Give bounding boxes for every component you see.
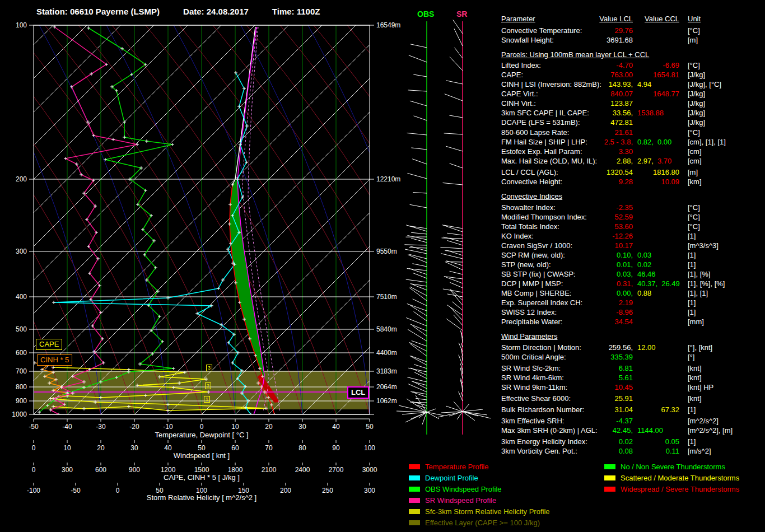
parameter-unit: [m^2/s^2] [688,417,719,425]
svg-text:0: 0 [200,423,204,431]
parameter-unit: [J/kg] [688,99,705,108]
svg-text:2400: 2400 [295,466,310,474]
legend-label: Dewpoint Profile [425,474,478,482]
parameter-row: 500m Critical Angle:335.39[°] [501,353,765,362]
legend-item: Widespread / Severe Thunderstorms [604,483,739,494]
parameter-unit: [°C] [688,61,700,69]
parameter-label: LCL / CCL (AGL): [501,168,558,176]
parameter-unit: [J/kg] [688,109,705,117]
parameter-row: SCP RM (new, old):0.10,0.03[1] [501,251,765,260]
parameter-unit: [knt] HP [688,383,713,391]
legend-swatch [409,520,420,525]
parameter-unit: [1] [688,405,696,414]
parameter-row: Modified Thompson Index:52.59[°C] [501,213,765,222]
parameter-label: CINH Virt.: [501,99,536,108]
svg-text:3000: 3000 [362,466,377,474]
parameter-value-lcl: 2.88, [554,157,633,165]
parameter-value-extra: 0.02 [637,260,655,269]
legend-swatch [409,487,420,492]
parameter-row: FM Hail Size | SHIP | LHP:2.5 - 3.8,0.82… [501,138,765,147]
parameter-unit: [J/kg] [688,90,705,98]
parameter-value-lcl: 53.60 [554,222,633,231]
svg-text:Storm Relative Helicity [ m^2/: Storm Relative Helicity [ m^2/s^2 ] [147,493,256,502]
parameter-value-lcl: -12.26 [554,232,633,240]
svg-text:1000: 1000 [12,410,27,418]
svg-text:500: 500 [16,325,27,333]
parameter-row: CINH Virt.:123.87[J/kg] [501,99,765,109]
legend-item: SR Windspeed Profile [409,494,550,506]
parameter-row: Estofex Exp. Hail Param:3.30[cm] [501,147,765,157]
parameter-row: SR Wind Sfc-2km:6.81[knt] [501,364,765,374]
parameter-row: SR Wind 9km-11km:10.45[knt] HP [501,383,765,393]
srh-level-marker: 3 [206,365,212,371]
svg-text:3183m: 3183m [376,367,397,375]
parameter-unit: [m] [688,36,698,44]
parameter-unit: [knt] [688,394,702,403]
parameter-value-ccl: 0.11 [638,447,679,455]
svg-text:-40: -40 [62,423,72,431]
parameter-value-lcl: 21.61 [554,128,633,137]
svg-text:4400m: 4400m [376,349,397,357]
svg-text:0: 0 [32,466,36,474]
svg-text:100: 100 [16,21,27,29]
wind-barb-columns [397,20,491,435]
bottom-axes: -50-40-30-20-1001020304050Temperature, D… [27,419,377,502]
parameter-row: 3km Vorticity Gen. Pot.:0.080.11[m/s^2] [501,447,765,456]
legend-item: Effective Layer (CAPE >= 100 J/kg) [409,517,550,528]
legend-swatch [604,475,615,480]
parameter-value-ccl: 1648.77 [638,90,679,98]
svg-text:-30: -30 [96,423,106,431]
parameter-unit: [knt] [688,364,702,372]
svg-text:-20: -20 [129,423,139,431]
parameter-label: SR Wind Sfc-2km: [501,364,561,372]
parameter-row: Convective Temperature:29.76[°C] [501,26,765,36]
legend-label: Widespread / Severe Thunderstorms [621,485,739,493]
parameter-value-ccl: 1816.80 [638,168,679,176]
legend-item: OBS Windspeed Profile [409,483,550,494]
time-title: Time: 1100Z [272,7,320,16]
parameter-unit: [°C] [688,128,700,137]
parameter-unit: [m] [688,168,698,176]
parameter-unit: [1], [%] [688,270,710,278]
parameter-row: 3km Energy Helicity Index:0.020.05[1] [501,437,765,447]
severity-legend: No / Non Severe ThunderstormsScattered /… [604,461,739,494]
section-header: Wind Parameters [501,332,765,342]
parameter-value-lcl: 2.19 [554,298,633,307]
parameter-label: STP (new, old): [501,260,551,269]
legend-label: SR Windspeed Profile [425,496,496,505]
parameter-value-extra: 2.97,3.70 [637,157,675,165]
parameter-label: Convective Height: [501,178,562,186]
parameter-unit: [°C] [688,203,700,212]
parameter-value-lcl: 143.93, [554,80,633,88]
svg-text:40: 40 [164,444,172,452]
parameter-value-lcl: 1320.54 [554,168,633,176]
parameter-row: Snowfall Height:3691.68[m] [501,36,765,45]
parameter-unit: [cm] [688,147,702,156]
parameter-row: Max. Hail Size (OLD, MU, IL):2.88,2.97,3… [501,157,765,166]
parameter-unit: [J/kg], [°C] [688,80,721,88]
parameter-value-lcl: 123.87 [554,99,633,108]
parameter-value-lcl: 0.02 [554,437,633,446]
cape-plot-label: CAPE [36,339,62,350]
parameter-value-lcl: -8.96 [554,308,633,316]
sounding-profiles [33,25,369,416]
svg-text:900: 900 [16,397,27,405]
svg-text:400: 400 [16,293,27,301]
parameter-label: Snowfall Height: [501,36,554,44]
legend-swatch [409,475,420,480]
parameter-value-lcl: 6.81 [554,364,633,372]
svg-text:-50: -50 [29,423,39,431]
legend-label: Sfc-3km Storm Relative Helicity Profile [425,507,550,516]
svg-text:200: 200 [16,175,27,183]
svg-text:80: 80 [298,444,306,452]
parameter-value-lcl: 31.04 [554,405,633,414]
parameter-unit: [m^3/s^3] [688,241,719,250]
svg-text:90: 90 [332,444,340,452]
parameter-unit: [cm], [1], [1] [688,138,726,146]
svg-text:9550m: 9550m [376,248,397,255]
parameter-label: Precipitable Water: [501,318,562,326]
parameter-unit: [km] [688,178,702,186]
parameter-unit: [°C] [688,213,700,221]
col-header-parameter: Parameter [501,15,535,23]
parameter-value-lcl: 29.76 [554,26,633,35]
